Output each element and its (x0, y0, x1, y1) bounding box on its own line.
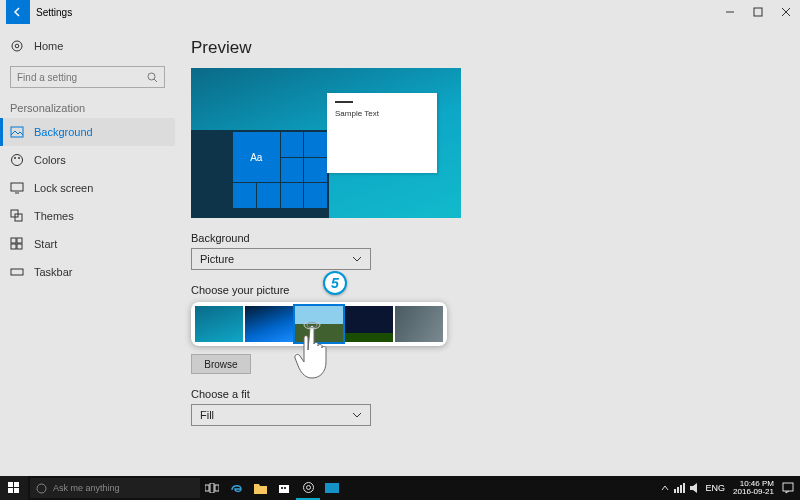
svg-rect-26 (205, 485, 209, 491)
volume-icon[interactable] (690, 483, 702, 493)
search-input[interactable]: Find a setting (10, 66, 165, 88)
store-button[interactable] (272, 476, 296, 500)
sidebar-item-label: Start (34, 238, 57, 250)
network-icon[interactable] (674, 483, 686, 493)
dropdown-value: Picture (200, 253, 234, 265)
store-icon (278, 482, 290, 494)
svg-rect-14 (11, 238, 16, 243)
minimize-icon (725, 7, 735, 17)
step-callout: 5 (323, 271, 347, 295)
explorer-button[interactable] (248, 476, 272, 500)
back-button[interactable] (6, 0, 30, 24)
cortana-placeholder: Ask me anything (53, 483, 120, 493)
thumbnail-5[interactable] (395, 306, 443, 342)
svg-point-2 (12, 41, 22, 51)
search-icon (147, 72, 158, 83)
minimize-button[interactable] (716, 0, 744, 24)
sidebar-item-label: Background (34, 126, 93, 138)
edge-icon (230, 482, 243, 495)
browse-button[interactable]: Browse (191, 354, 251, 374)
svg-rect-36 (677, 487, 679, 493)
task-view-button[interactable] (200, 476, 224, 500)
sidebar-item-label: Home (34, 40, 63, 52)
svg-rect-17 (17, 244, 22, 249)
maximize-button[interactable] (744, 0, 772, 24)
svg-rect-27 (210, 483, 214, 493)
background-dropdown[interactable]: Picture (191, 248, 371, 270)
sidebar-category: Personalization (0, 94, 175, 118)
taskbar-icon (10, 265, 24, 279)
thumbnail-2[interactable] (245, 306, 293, 342)
edge-button[interactable] (224, 476, 248, 500)
language-indicator[interactable]: ENG (706, 483, 726, 493)
sidebar-item-themes[interactable]: Themes (0, 202, 175, 230)
svg-point-4 (148, 73, 155, 80)
arrow-left-icon (12, 6, 24, 18)
fit-dropdown[interactable]: Fill (191, 404, 371, 426)
fit-label: Choose a fit (191, 388, 784, 400)
settings-taskbar-button[interactable] (296, 476, 320, 500)
svg-point-8 (14, 157, 16, 159)
gear-icon (302, 481, 315, 494)
tray-chevron-icon[interactable] (660, 483, 670, 493)
svg-rect-28 (215, 485, 219, 491)
maximize-icon (753, 7, 763, 17)
chevron-down-icon (352, 254, 362, 264)
svg-rect-37 (680, 485, 682, 493)
action-center-icon[interactable] (782, 482, 794, 494)
thumbnail-1[interactable] (195, 306, 243, 342)
sidebar-item-home[interactable]: Home (0, 32, 175, 60)
svg-rect-15 (17, 238, 22, 243)
svg-rect-21 (8, 482, 13, 487)
cortana-icon (36, 483, 47, 494)
clock-date: 2016-09-21 (733, 488, 774, 496)
sidebar-item-background[interactable]: Background (0, 118, 175, 146)
folder-icon (254, 483, 267, 494)
gear-icon (10, 39, 24, 53)
task-view-icon (205, 483, 219, 493)
svg-rect-18 (11, 269, 23, 275)
svg-rect-39 (783, 483, 793, 491)
preview-sample-text: Sample Text (335, 109, 379, 118)
cortana-search[interactable]: Ask me anything (30, 478, 200, 498)
thumbnail-4[interactable] (345, 306, 393, 342)
close-button[interactable] (772, 0, 800, 24)
svg-rect-6 (11, 127, 23, 137)
thumbnail-3[interactable] (295, 306, 343, 342)
callout-number: 5 (331, 275, 339, 291)
svg-rect-22 (14, 482, 19, 487)
sidebar-item-label: Themes (34, 210, 74, 222)
choose-picture-label: Choose your picture (191, 284, 784, 296)
svg-rect-31 (284, 487, 286, 489)
sidebar-item-taskbar[interactable]: Taskbar (0, 258, 175, 286)
svg-rect-23 (8, 488, 13, 493)
clock[interactable]: 10:46 PM 2016-09-21 (729, 480, 778, 496)
svg-line-5 (154, 79, 157, 82)
sidebar-item-colors[interactable]: Colors (0, 146, 175, 174)
background-label: Background (191, 232, 784, 244)
preview-heading: Preview (191, 38, 784, 58)
svg-point-3 (15, 44, 19, 48)
sidebar-item-lockscreen[interactable]: Lock screen (0, 174, 175, 202)
sidebar-item-start[interactable]: Start (0, 230, 175, 258)
svg-rect-35 (674, 489, 676, 493)
svg-rect-16 (11, 244, 16, 249)
window-titlebar: Settings (0, 0, 800, 24)
os-taskbar: Ask me anything ENG 10:46 PM 2016-09-21 (0, 476, 800, 500)
monitor-icon (10, 181, 24, 195)
app-icon (325, 483, 339, 493)
svg-point-32 (303, 482, 313, 492)
sidebar-item-label: Taskbar (34, 266, 73, 278)
preview-box: Aa Sample Text (191, 68, 461, 218)
windows-icon (8, 482, 20, 494)
svg-rect-1 (754, 8, 762, 16)
search-placeholder: Find a setting (17, 72, 77, 83)
sidebar: Home Find a setting Personalization Back… (0, 24, 175, 476)
start-button[interactable] (0, 476, 28, 500)
picture-thumbnails (191, 302, 447, 346)
svg-rect-34 (325, 483, 339, 493)
themes-icon (10, 209, 24, 223)
browse-label: Browse (204, 359, 237, 370)
palette-icon (10, 153, 24, 167)
app-button[interactable] (320, 476, 344, 500)
